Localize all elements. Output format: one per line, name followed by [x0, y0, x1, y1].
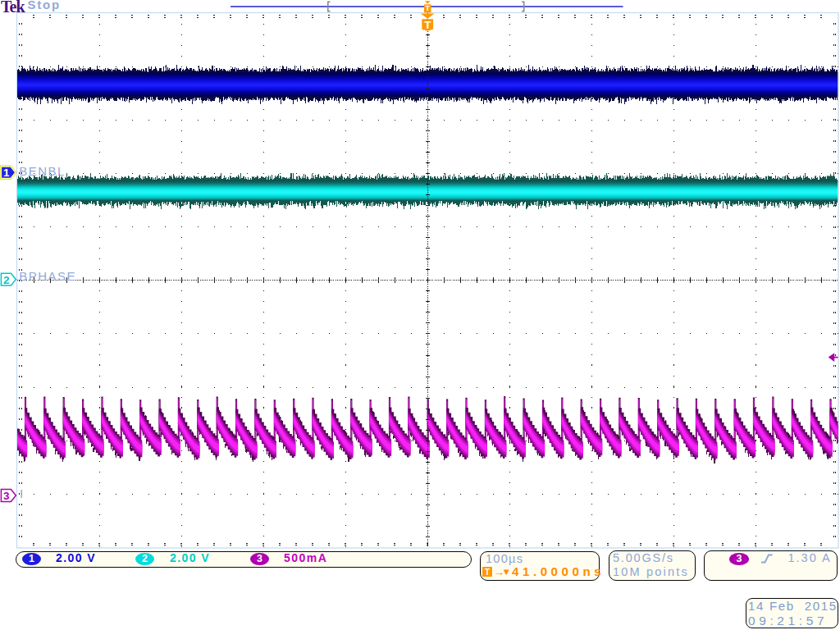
svg-text:2: 2 — [3, 274, 10, 286]
svg-text:3: 3 — [3, 490, 10, 502]
svg-text:T: T — [424, 19, 431, 31]
svg-text:T: T — [425, 4, 430, 12]
svg-text:1: 1 — [3, 167, 10, 179]
